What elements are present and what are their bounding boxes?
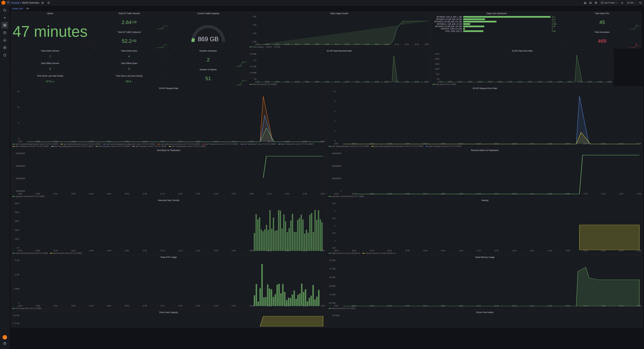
panel-recv-bytes-repl[interactable]: Received Bytes for Replication 150000000…	[327, 148, 643, 198]
panel-offline-servers[interactable]: Total Offline Servers 0	[11, 61, 89, 73]
panel-s3-recv-rate[interactable]: S3 API Data Received Rate 9.54 MiB7.154.…	[248, 49, 430, 86]
svg-line-22	[5, 11, 6, 11]
panel-data-usage-growth[interactable]: Data Usage Growth 3 GB2 GB1 GB0 GB 19:50…	[248, 11, 430, 48]
dist-row: GREATER_THAN_512_MB0	[431, 27, 562, 30]
panel-offline-disks[interactable]: Total Offline Disks 0	[90, 61, 168, 73]
svg-rect-80	[261, 264, 263, 306]
add-panel-icon[interactable]	[583, 0, 587, 5]
avatar[interactable]	[2, 335, 7, 340]
variable-value[interactable]: All	[26, 7, 31, 10]
panel-online-disks[interactable]: Total Online Disks 4	[90, 49, 168, 61]
panel-traffic-outbound[interactable]: Total S3 Traffic Outbound 52.2KB	[90, 30, 168, 48]
dist-row: BETWEEN_1024_B_AND_1_MB12.1	[431, 16, 562, 18]
panel-online-servers[interactable]: Total Online Servers 1	[11, 49, 89, 61]
svg-rect-65	[306, 230, 307, 251]
time-range-picker[interactable]: Last 3 hours	[599, 0, 619, 5]
svg-rect-75	[580, 225, 640, 250]
svg-rect-60	[297, 220, 298, 251]
svg-rect-67	[309, 215, 310, 251]
svg-point-8	[49, 3, 50, 4]
sparkline	[235, 79, 247, 86]
panel-buckets[interactable]: Number of Buckets 2	[169, 49, 248, 67]
sidebar-explore[interactable]	[1, 29, 8, 36]
grafana-logo[interactable]	[1, 1, 6, 5]
svg-rect-77	[256, 284, 257, 306]
svg-rect-12	[585, 2, 586, 4]
sidebar-create[interactable]	[1, 14, 8, 21]
svg-rect-19	[640, 2, 642, 3]
refresh-picker[interactable]: 10s	[626, 0, 637, 5]
svg-rect-51	[282, 229, 283, 251]
panel-internode[interactable]: Internode Data Transfer 500 B400 B300 B2…	[11, 199, 326, 255]
sidebar-help[interactable]	[1, 340, 8, 347]
settings-gear-icon[interactable]	[594, 0, 598, 5]
svg-rect-101	[301, 284, 302, 306]
panel-healing[interactable]: Healing 6.5065.5054.5043.50 19:5020:0020…	[327, 199, 643, 255]
svg-rect-41	[264, 230, 266, 251]
variable-label[interactable]: scrape_jobs	[11, 7, 24, 10]
sidebar-alerting[interactable]	[1, 37, 8, 43]
svg-rect-11	[584, 2, 584, 4]
panel-memory[interactable]: Node Memory Usage 572 MiB477 MiB381 MiB2…	[327, 255, 643, 310]
dashboard-content: scrape_jobs All Uptime 47 minutes Total …	[10, 5, 644, 349]
sidebar-dashboards[interactable]	[1, 22, 8, 28]
panel-object-size-dist[interactable]: Object size distribution BETWEEN_1024_B_…	[431, 11, 562, 48]
svg-rect-102	[303, 292, 304, 306]
panel-last-scan[interactable]: Time Since Last Scan Activity 59.6s	[90, 74, 168, 86]
zoom-out-icon[interactable]	[620, 0, 624, 5]
panel-uptime[interactable]: Uptime 47 minutes	[11, 11, 89, 48]
panel-sent-bytes-repl[interactable]: Sent Bytes for Replication 2500000000200…	[11, 148, 326, 198]
save-icon[interactable]	[588, 0, 593, 5]
sidebar-search[interactable]	[1, 7, 8, 14]
panel-last-heal[interactable]: Time Since Last Heal Activity 47.0min	[11, 74, 89, 86]
svg-rect-25	[4, 24, 4, 25]
svg-point-0	[2, 1, 4, 4]
svg-point-31	[4, 47, 5, 48]
clock-icon	[601, 1, 603, 4]
svg-rect-70	[314, 210, 316, 251]
svg-rect-76	[254, 295, 255, 306]
panel-goroutines[interactable]: Total Goroutines 469	[563, 30, 641, 48]
panel-open-fds[interactable]: Total Open FDs 45	[563, 11, 641, 30]
dist-row: BETWEEN_128_MB_AND_512_MB4.71	[431, 20, 562, 23]
svg-rect-1	[7, 1, 8, 2]
panel-s3-req-error-rate[interactable]: S3 API Request Error Rate 1086420 19:502…	[327, 86, 643, 148]
dist-row: BETWEEN_1_MB_AND_10_MB0.960	[431, 23, 562, 25]
star-icon[interactable]	[40, 0, 45, 5]
panel-usable-capacity[interactable]: Current Usable Capacity 869 GB	[169, 11, 248, 48]
svg-rect-109	[316, 297, 318, 306]
sparkline	[235, 60, 247, 67]
svg-rect-48	[276, 230, 278, 251]
svg-rect-64	[304, 234, 305, 251]
breadcrumb-folder[interactable]: General	[11, 1, 20, 4]
sidebar-admin[interactable]	[1, 52, 8, 58]
panel-objects[interactable]: Number of Objects 51	[169, 68, 248, 86]
panel-drives-inodes[interactable]: Drives Free Inodes 30710000	[327, 311, 643, 328]
svg-rect-74	[321, 222, 322, 251]
svg-rect-97	[294, 291, 295, 306]
share-icon[interactable]	[46, 0, 50, 5]
svg-rect-61	[299, 218, 300, 251]
svg-rect-54	[287, 232, 288, 251]
svg-rect-99	[297, 295, 299, 306]
sidebar-config[interactable]	[1, 44, 8, 51]
panel-drive-capacity[interactable]: Drive Used Capacity 41.9 GB37.3 GB	[11, 311, 326, 328]
variable-bar: scrape_jobs All	[11, 6, 643, 11]
svg-rect-91	[282, 284, 284, 306]
cycle-view-icon[interactable]	[638, 0, 643, 5]
panel-traffic-inbound[interactable]: Total S3 Traffic Inbound 2.64GB	[90, 11, 168, 30]
svg-rect-84	[269, 289, 270, 306]
svg-rect-72	[318, 210, 319, 251]
panel-cpu[interactable]: Node CPU Usage 0.1500.1000.05000 19:5020…	[11, 255, 326, 310]
svg-rect-50	[280, 211, 281, 251]
panel-s3-req-rate[interactable]: S3 API Request Rate 151050 19:5020:0020:…	[11, 86, 326, 148]
breadcrumb: General / MinIO Overview	[11, 1, 39, 4]
sparkline	[156, 41, 168, 48]
dist-row: BETWEEN_10_MB_AND_64_MB3.11	[431, 18, 562, 20]
svg-rect-79	[260, 288, 261, 306]
svg-rect-27	[4, 25, 4, 26]
svg-rect-13	[586, 3, 586, 4]
panel-s3-sent-rate[interactable]: S3 API Data Sent Rate 250 B200 B150 B100…	[431, 49, 613, 86]
svg-rect-2	[8, 1, 9, 2]
svg-rect-110	[318, 290, 320, 306]
